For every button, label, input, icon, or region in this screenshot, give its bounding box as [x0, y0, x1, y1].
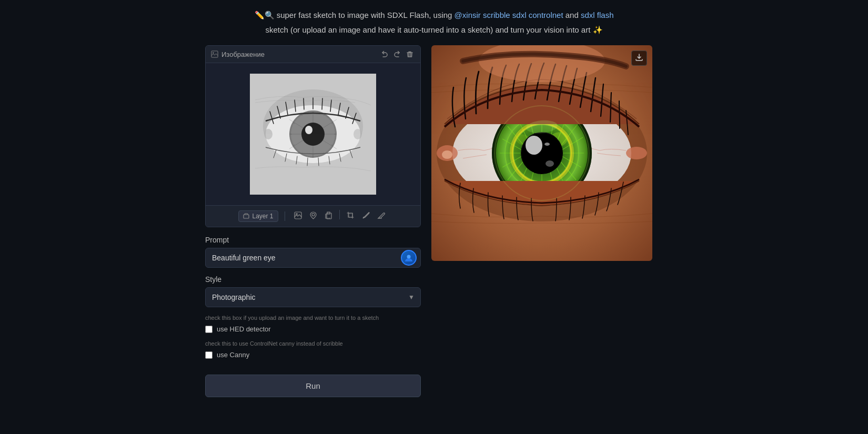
- prompt-input-wrapper: [205, 248, 421, 268]
- sub-banner: sketch (or upload an image and have it a…: [265, 25, 602, 35]
- banner-link-xinsir[interactable]: @xinsir: [455, 11, 481, 19]
- svg-point-1: [213, 52, 214, 54]
- svg-point-94: [442, 150, 452, 159]
- hed-label[interactable]: use HED detector: [217, 325, 271, 333]
- canvas-image-area[interactable]: [206, 63, 420, 205]
- delete-button[interactable]: [405, 49, 415, 59]
- svg-point-93: [626, 147, 647, 159]
- svg-point-48: [296, 214, 297, 215]
- redo-button[interactable]: [392, 49, 402, 59]
- banner-text-and: and: [566, 11, 581, 19]
- banner-link-flash[interactable]: sdxl flash: [581, 11, 614, 19]
- toolbar-pen-icon[interactable]: [359, 210, 372, 223]
- layer-badge[interactable]: Layer 1: [238, 210, 278, 222]
- output-image-container: [431, 45, 652, 261]
- canvas-header-actions: [379, 49, 415, 59]
- prompt-section: Prompt: [205, 236, 421, 268]
- svg-point-90: [544, 143, 550, 146]
- page-wrapper: ✏️🔍 super fast sketch to image with SDXL…: [0, 0, 868, 397]
- canvas-container: Изображение: [205, 45, 421, 227]
- prompt-input[interactable]: [205, 248, 421, 268]
- hed-checkbox-row: use HED detector: [205, 325, 421, 333]
- svg-rect-0: [211, 51, 218, 57]
- svg-point-88: [526, 136, 542, 155]
- svg-line-29: [304, 98, 304, 109]
- run-button[interactable]: Run: [205, 375, 421, 397]
- svg-point-24: [305, 126, 312, 134]
- toolbar-icon-group: [291, 210, 388, 223]
- right-panel: [431, 45, 652, 261]
- svg-rect-46: [244, 215, 249, 218]
- download-button[interactable]: [631, 51, 647, 66]
- style-label: Style: [205, 275, 421, 284]
- style-select[interactable]: PhotographicAnimeDigital ArtFantasy ArtN…: [205, 287, 421, 307]
- svg-rect-51: [349, 214, 352, 217]
- toolbar-separator: [285, 211, 285, 221]
- image-icon: [211, 51, 218, 58]
- style-section: Style PhotographicAnimeDigital ArtFantas…: [205, 275, 421, 307]
- canvas-header-left: Изображение: [211, 51, 265, 58]
- toolbar-image-icon[interactable]: [291, 210, 305, 223]
- banner-link-scribble[interactable]: scribble sdxl controlnet: [483, 11, 563, 19]
- svg-point-44: [264, 129, 272, 139]
- canny-checkbox-row: use Canny: [205, 351, 421, 359]
- canvas-toolbar: Layer 1: [206, 205, 420, 227]
- main-content: Изображение: [205, 45, 663, 397]
- sketch-eye-image: [250, 74, 376, 195]
- canny-section: check this to use ControlNet canny inste…: [205, 340, 421, 359]
- toolbar-eraser-icon[interactable]: [375, 210, 388, 223]
- toolbar-location-icon[interactable]: [307, 210, 320, 223]
- output-eye-svg: [431, 45, 652, 261]
- hed-section: check this box if you upload an image an…: [205, 315, 421, 333]
- hed-checkbox[interactable]: [205, 326, 213, 333]
- svg-point-45: [354, 129, 362, 139]
- left-panel: Изображение: [205, 45, 421, 397]
- svg-point-89: [546, 160, 554, 167]
- banner-text-prefix: super fast sketch to image with SDXL Fla…: [277, 11, 455, 19]
- canny-hint: check this to use ControlNet canny inste…: [205, 340, 421, 347]
- top-banner: ✏️🔍 super fast sketch to image with SDXL…: [255, 11, 614, 20]
- svg-point-23: [301, 123, 325, 146]
- toolbar-separator-2: [339, 210, 340, 219]
- canny-label[interactable]: use Canny: [217, 351, 249, 359]
- canvas-title: Изображение: [221, 51, 265, 58]
- style-select-wrapper: PhotographicAnimeDigital ArtFantasy ArtN…: [205, 287, 421, 307]
- undo-button[interactable]: [379, 49, 390, 59]
- hed-hint: check this box if you upload an image an…: [205, 315, 421, 321]
- canvas-header: Изображение: [206, 46, 420, 63]
- svg-point-49: [312, 214, 315, 216]
- canny-checkbox[interactable]: [205, 351, 213, 359]
- prompt-label: Prompt: [205, 236, 421, 244]
- svg-point-52: [407, 255, 411, 259]
- banner-icons: ✏️🔍: [255, 11, 275, 19]
- toolbar-paste-icon[interactable]: [322, 210, 335, 223]
- avatar-icon: [401, 250, 417, 266]
- toolbar-crop-icon[interactable]: [344, 210, 357, 223]
- layer-label: Layer 1: [252, 213, 273, 220]
- svg-line-31: [322, 98, 322, 109]
